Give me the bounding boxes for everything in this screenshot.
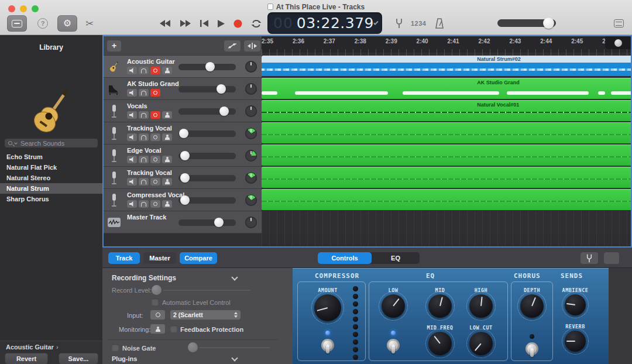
search-scope-chevron-icon[interactable]: [14, 141, 18, 145]
input-monitor-button[interactable]: [162, 200, 172, 208]
breadcrumb[interactable]: Acoustic Guitar›: [6, 344, 59, 351]
solo-button[interactable]: [139, 178, 149, 186]
save-button[interactable]: Save...: [59, 353, 98, 364]
monitoring-button[interactable]: [150, 324, 165, 334]
tab-master[interactable]: Master: [143, 252, 176, 264]
track-name[interactable]: Vocals: [127, 102, 147, 109]
chevron-down-icon[interactable]: [373, 20, 378, 25]
audio-region-green[interactable]: Natural Vocal#01: [262, 100, 632, 121]
feedback-protection-checkbox[interactable]: [170, 325, 177, 332]
midi-region-green[interactable]: AK Studio Grand: [262, 78, 632, 99]
track-volume-slider[interactable]: [178, 108, 236, 115]
lcd-time-display[interactable]: 00 03:22.379: [267, 12, 382, 34]
sends-reverb-knob[interactable]: [565, 331, 586, 352]
track-name[interactable]: Edge Vocal: [127, 147, 161, 154]
noise-gate-checkbox[interactable]: [112, 344, 119, 351]
track-row[interactable]: AK Studio Grand: [104, 78, 262, 100]
search-sounds-field[interactable]: Search Sounds: [5, 139, 98, 147]
mute-button[interactable]: [127, 200, 137, 208]
track-name[interactable]: AK Studio Grand: [127, 80, 179, 87]
tab-eq[interactable]: EQ: [372, 252, 420, 264]
track-volume-slider[interactable]: [178, 131, 236, 137]
input-monitor-button[interactable]: [162, 133, 172, 141]
track-volume-slider[interactable]: [178, 64, 236, 70]
automation-button[interactable]: [224, 40, 241, 51]
sends-ambience-knob[interactable]: [565, 294, 586, 315]
audio-region-green[interactable]: [262, 122, 632, 143]
extra-panel-button[interactable]: [604, 252, 619, 264]
metronome-button[interactable]: [431, 15, 448, 32]
tab-controls[interactable]: Controls: [318, 252, 372, 264]
display-mode-button[interactable]: [611, 15, 626, 32]
record-enable-button[interactable]: [150, 89, 160, 97]
record-enable-button[interactable]: [150, 111, 160, 119]
eq-low-knob[interactable]: [382, 294, 405, 318]
stepper-icon[interactable]: [234, 312, 238, 318]
audio-region-green[interactable]: [262, 167, 632, 188]
eq-low-cut-knob[interactable]: [469, 332, 493, 355]
tuner-button-bottom[interactable]: [581, 252, 598, 264]
mute-button[interactable]: [127, 111, 137, 119]
count-in-button[interactable]: 1234: [411, 15, 426, 32]
mute-button[interactable]: [127, 133, 137, 141]
library-item[interactable]: Natural Stereo: [0, 173, 102, 183]
zoom-control[interactable]: [605, 36, 631, 49]
pan-knob[interactable]: [245, 217, 257, 228]
library-item[interactable]: Echo Strum: [0, 152, 102, 162]
tab-compare[interactable]: Compare: [180, 252, 217, 264]
master-volume-slider[interactable]: [497, 19, 556, 27]
pan-knob[interactable]: [245, 83, 257, 95]
track-volume-slider[interactable]: [178, 86, 236, 92]
play-button[interactable]: [218, 20, 225, 28]
solo-button[interactable]: [139, 200, 149, 208]
input-monitor-button[interactable]: [162, 178, 172, 186]
track-volume-slider[interactable]: [178, 153, 236, 159]
track-name[interactable]: Tracking Vocal: [127, 169, 172, 176]
mute-button[interactable]: [127, 178, 137, 186]
input-monitor-button[interactable]: [162, 156, 172, 163]
help-button[interactable]: ?: [34, 15, 51, 32]
input-select[interactable]: 2 (Scarlett: [170, 310, 241, 320]
compressor-toggle[interactable]: [321, 338, 335, 355]
track-name[interactable]: Tracking Vocal: [127, 125, 172, 132]
solo-button[interactable]: [139, 89, 149, 97]
eq-mid-knob[interactable]: [428, 294, 452, 318]
chevron-down-icon[interactable]: [231, 355, 238, 361]
pan-knob[interactable]: [245, 61, 257, 73]
library-item[interactable]: Natural Flat Pick: [0, 162, 102, 173]
input-mode-button[interactable]: [150, 310, 165, 320]
recording-settings-heading[interactable]: Recording Settings: [112, 274, 176, 282]
input-monitor-button[interactable]: [162, 111, 172, 119]
pan-knob[interactable]: [245, 194, 257, 206]
record-button[interactable]: [233, 19, 242, 28]
pan-knob[interactable]: [245, 172, 257, 184]
compressor-amount-knob[interactable]: [314, 294, 341, 321]
track-row[interactable]: Compressed Vocal: [104, 189, 262, 211]
eq-high-knob[interactable]: [469, 294, 493, 318]
catch-playhead-button[interactable]: [244, 40, 260, 51]
tuner-button[interactable]: [391, 15, 407, 32]
master-track-row[interactable]: Master Track: [104, 211, 262, 233]
solo-button[interactable]: [139, 133, 149, 141]
eq-toggle[interactable]: [386, 338, 400, 355]
record-level-knob[interactable]: [152, 285, 162, 295]
mute-button[interactable]: [127, 156, 137, 163]
record-enable-button[interactable]: [150, 67, 160, 74]
track-row[interactable]: Tracking Vocal: [104, 122, 262, 145]
revert-button[interactable]: Revert: [5, 353, 48, 364]
rewind-button[interactable]: [159, 20, 171, 27]
solo-button[interactable]: [139, 67, 149, 74]
track-row[interactable]: Tracking Vocal: [104, 167, 262, 189]
audio-region-blue[interactable]: Natural Strum#02: [262, 56, 632, 77]
record-enable-button[interactable]: [150, 178, 160, 186]
noise-gate-knob[interactable]: [188, 342, 198, 352]
track-row[interactable]: Vocals: [104, 100, 262, 122]
fast-forward-button[interactable]: [180, 20, 191, 27]
input-monitor-button[interactable]: [162, 67, 172, 74]
pan-knob[interactable]: [245, 150, 257, 162]
mute-button[interactable]: [127, 89, 137, 97]
solo-button[interactable]: [139, 111, 149, 119]
chevron-down-icon[interactable]: [231, 274, 238, 280]
cut-button[interactable]: ✂: [82, 15, 97, 32]
mute-button[interactable]: [127, 67, 137, 74]
